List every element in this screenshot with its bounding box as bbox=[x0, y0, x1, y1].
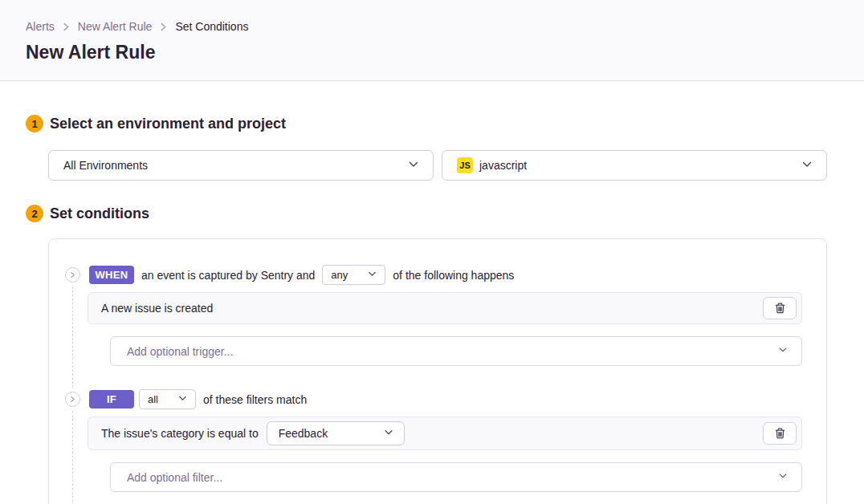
breadcrumb-alerts[interactable]: Alerts bbox=[26, 20, 55, 33]
page-header: Alerts New Alert Rule Set Conditions New… bbox=[0, 0, 864, 81]
step-2-heading: Set conditions bbox=[50, 205, 149, 222]
step-1-heading: Select an environment and project bbox=[50, 116, 286, 132]
chevron-right-icon bbox=[159, 22, 168, 31]
if-match-value: all bbox=[148, 393, 158, 405]
chevron-right-icon bbox=[62, 22, 71, 31]
breadcrumb: Alerts New Alert Rule Set Conditions bbox=[26, 20, 838, 33]
main-content: 1 Select an environment and project All … bbox=[0, 115, 864, 504]
when-text-before: an event is captured by Sentry and bbox=[141, 269, 315, 282]
when-condition-block: WHEN an event is captured by Sentry and … bbox=[65, 265, 802, 366]
add-trigger-placeholder: Add optional trigger... bbox=[127, 345, 233, 358]
chevron-down-icon bbox=[777, 344, 789, 358]
when-frequency-select[interactable]: any bbox=[322, 265, 385, 285]
trash-icon bbox=[774, 427, 786, 440]
project-select-value: javascript bbox=[479, 159, 527, 172]
add-filter-placeholder: Add optional filter... bbox=[127, 471, 222, 484]
step-2-header: 2 Set conditions bbox=[26, 205, 827, 222]
chevron-down-icon bbox=[367, 269, 377, 282]
trigger-rule-row: A new issue is created bbox=[88, 292, 802, 324]
chevron-down-icon bbox=[777, 470, 789, 484]
step-2-number-badge: 2 bbox=[26, 205, 43, 222]
collapse-chevron-icon[interactable] bbox=[65, 392, 80, 407]
environment-select-value: All Environments bbox=[63, 159, 148, 172]
chevron-down-icon bbox=[383, 427, 394, 441]
page-title: New Alert Rule bbox=[26, 42, 838, 63]
filter-category-select[interactable]: Feedback bbox=[267, 421, 405, 445]
environment-select[interactable]: All Environments bbox=[48, 150, 434, 181]
dashed-connector-line bbox=[72, 411, 73, 504]
trigger-rule-label: A new issue is created bbox=[101, 302, 213, 315]
when-badge: WHEN bbox=[89, 266, 134, 284]
when-text-after: of the following happens bbox=[393, 269, 514, 282]
trash-icon bbox=[774, 302, 786, 315]
when-condition-header: WHEN an event is captured by Sentry and … bbox=[65, 265, 802, 285]
breadcrumb-set-conditions: Set Conditions bbox=[175, 20, 248, 33]
conditions-panel: WHEN an event is captured by Sentry and … bbox=[48, 238, 827, 504]
when-rules: A new issue is created Add optional trig… bbox=[88, 292, 802, 366]
if-rules: The issue's category is equal to Feedbac… bbox=[88, 417, 802, 492]
if-condition-header: IF all of these filters match bbox=[65, 389, 802, 409]
add-optional-trigger-select[interactable]: Add optional trigger... bbox=[110, 336, 802, 366]
chevron-down-icon bbox=[801, 158, 813, 173]
filter-rule-label: The issue's category is equal to bbox=[101, 427, 259, 440]
if-condition-block: IF all of these filters match The issue'… bbox=[65, 389, 802, 492]
add-optional-filter-select[interactable]: Add optional filter... bbox=[110, 462, 802, 492]
step-1-number-badge: 1 bbox=[26, 115, 43, 132]
if-badge: IF bbox=[89, 390, 134, 408]
chevron-down-icon bbox=[407, 158, 420, 173]
delete-filter-button[interactable] bbox=[763, 422, 797, 445]
filter-category-value: Feedback bbox=[279, 427, 328, 440]
if-text-after: of these filters match bbox=[203, 393, 307, 406]
if-match-select[interactable]: all bbox=[139, 389, 196, 409]
filter-rule-row: The issue's category is equal to Feedbac… bbox=[88, 417, 802, 450]
collapse-chevron-icon[interactable] bbox=[65, 267, 80, 282]
when-frequency-value: any bbox=[331, 269, 348, 281]
environment-project-row: All Environments JS javascript bbox=[48, 150, 827, 181]
step-1-header: 1 Select an environment and project bbox=[26, 115, 827, 132]
chevron-down-icon bbox=[177, 393, 188, 406]
delete-trigger-button[interactable] bbox=[763, 297, 797, 319]
breadcrumb-new-alert-rule[interactable]: New Alert Rule bbox=[78, 20, 153, 33]
javascript-platform-icon: JS bbox=[457, 157, 473, 173]
project-select[interactable]: JS javascript bbox=[442, 150, 827, 181]
dashed-connector-line bbox=[72, 287, 73, 388]
